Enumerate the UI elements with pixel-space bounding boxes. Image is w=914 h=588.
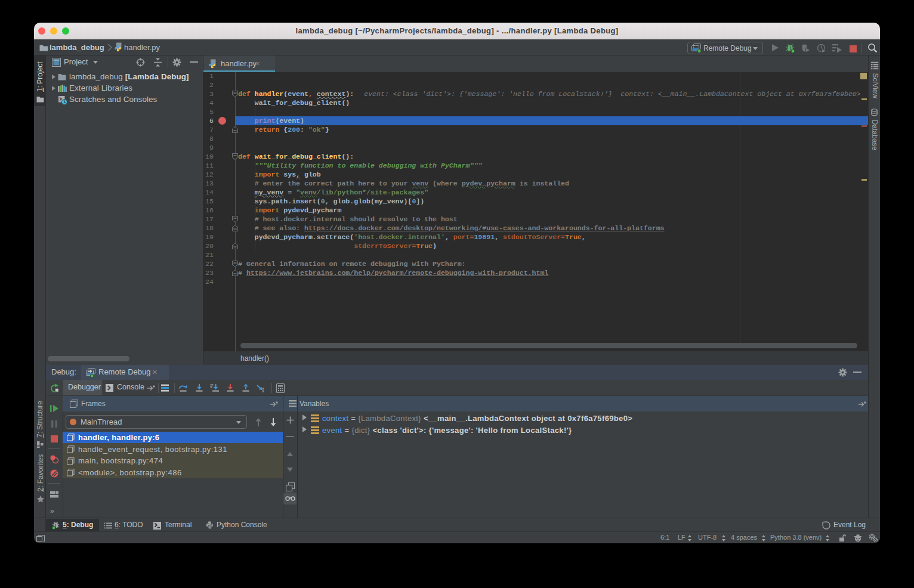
svg-text:?: ? [876, 539, 878, 543]
